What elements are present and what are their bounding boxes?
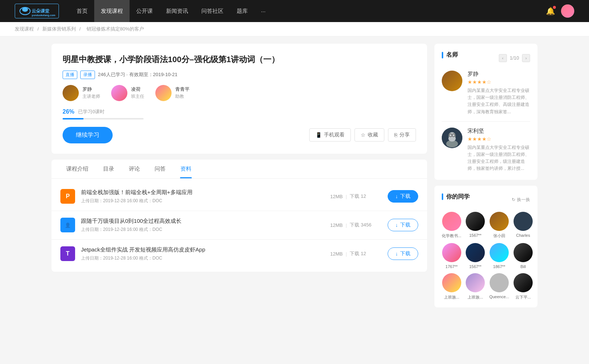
famous-teachers-header: 名师 ‹ 1/10 › (442, 51, 530, 65)
resource-info-2: Jetpack全组件实战 开发短视频应用高仿皮皮虾App 上传日期：2019-1… (81, 246, 324, 261)
resource-icon-2: T (60, 246, 75, 261)
course-meta: 246人已学习 · 有效期至：2019-10-21 (98, 71, 177, 78)
tab-catalog[interactable]: 目录 (96, 160, 121, 178)
mobile-icon: 📱 (315, 132, 322, 138)
classmate-avatar-0 (442, 212, 461, 231)
classmate-avatar-5 (466, 243, 485, 262)
tab-intro[interactable]: 课程介绍 (59, 160, 96, 178)
classmate-7[interactable]: Bill (514, 243, 533, 269)
nav-open-course[interactable]: 公开课 (130, 0, 159, 22)
famous-teachers-prev[interactable]: ‹ (499, 54, 507, 62)
course-badges: 直播 录播 246人已学习 · 有效期至：2019-10-21 (63, 71, 416, 79)
breadcrumb-series[interactable]: 新媒体营销系列 (42, 26, 76, 32)
resource-meta-1: 上传日期：2019-12-28 16:00 格式：DOC (81, 226, 324, 233)
famous-teachers-nav: ‹ 1/10 › (499, 54, 530, 62)
resource-stats-2: 12MB | 下载 12 (330, 250, 382, 257)
teacher-info-0: 罗静 主讲老师 (82, 86, 100, 100)
tab-qa[interactable]: 问答 (147, 160, 173, 178)
tab-review[interactable]: 评论 (121, 160, 147, 178)
famous-teacher-0: 罗静 ★★★★☆ 国内某重点大学安全工程专业硕士，国家一级注册消防工程师、注册安… (442, 71, 530, 122)
progress-label: 26% 已学习0课时 (63, 108, 416, 115)
download-label-1: 下载 (400, 222, 410, 228)
classmate-2[interactable]: 张小田 (489, 212, 509, 239)
classmate-11[interactable]: 云下平... (514, 273, 533, 300)
teacher-role-0: 主讲老师 (82, 93, 100, 100)
famous-teacher-detail-1: 宋利坚 ★★★★☆ 国内某重点大学安全工程专业硕士，国家一级注册消防工程师、注册… (468, 128, 530, 172)
classmate-name-8: 上班族... (442, 295, 461, 300)
resource-item-1: 👤 跟随千万级项目从0到100全过程高效成长 上传日期：2019-12-28 1… (52, 211, 427, 240)
resource-item-2: T Jetpack全组件实战 开发短视频应用高仿皮皮虾App 上传日期：2019… (52, 240, 427, 268)
famous-teachers-title: 名师 (442, 51, 458, 59)
nav-qa[interactable]: 问答社区 (195, 0, 230, 22)
nav-more[interactable]: ··· (254, 0, 272, 22)
classmate-4[interactable]: 1767** (442, 243, 461, 269)
classmate-avatar-6 (490, 243, 509, 262)
progress-section: 26% 已学习0课时 (63, 108, 416, 119)
teacher-name-2: 青青平 (175, 86, 190, 93)
share-label: 分享 (399, 132, 410, 138)
svg-text:yunduoketang.com: yunduoketang.com (32, 14, 55, 17)
teacher-avatar-2 (155, 85, 172, 101)
resource-meta-0: 上传日期：2019-12-28 16:00 格式：DOC (81, 198, 324, 204)
download-icon-1: ↓ (395, 222, 398, 228)
famous-teacher-detail-0: 罗静 ★★★★☆ 国内某重点大学安全工程专业硕士，国家一级注册消防工程师、注册安… (468, 71, 530, 115)
classmate-name-9: 上班族... (466, 295, 485, 300)
right-column: 名师 ‹ 1/10 › 罗静 ★★★★☆ 国内某重点大学安全工程专业硕士，国家一… (434, 44, 537, 313)
classmate-name-11: 云下平... (514, 295, 533, 300)
famous-teacher-desc-1: 国内某重点大学安全工程专业硕士，国家一级注册消防工程师、注册安全工程师，级注册建… (468, 144, 530, 172)
notification-bell[interactable]: 🔔 (546, 7, 555, 15)
famous-teacher-stars-0: ★★★★☆ (468, 79, 530, 85)
classmates-title: 你的同学 (442, 193, 470, 201)
classmate-avatar-3 (514, 212, 533, 231)
classmate-8[interactable]: 上班族... (442, 273, 461, 300)
header-right: 🔔 (546, 4, 574, 18)
classmate-avatar-7 (514, 243, 533, 262)
download-button-1[interactable]: ↓ 下载 (388, 219, 418, 231)
mobile-watch-button[interactable]: 📱 手机观看 (309, 128, 351, 142)
classmate-9[interactable]: 上班族... (466, 273, 485, 300)
user-avatar-header[interactable] (561, 4, 574, 18)
classmate-5[interactable]: 1567** (466, 243, 485, 269)
nav-discover[interactable]: 发现课程 (94, 0, 130, 22)
nav-home[interactable]: 首页 (70, 0, 94, 22)
classmate-avatar-8 (442, 273, 461, 292)
classmate-10[interactable]: Queence... (489, 273, 509, 300)
classmate-3[interactable]: Charles (514, 212, 533, 239)
tab-resources[interactable]: 资料 (173, 160, 199, 178)
famous-teacher-avatar-1 (442, 128, 462, 148)
refresh-classmates-button[interactable]: ↻ 换一换 (512, 197, 530, 203)
classmate-0[interactable]: 化学教书... (442, 212, 461, 239)
mobile-label: 手机观看 (324, 132, 345, 138)
share-button[interactable]: ⎘ 分享 (388, 128, 416, 142)
progress-percent: 26% (63, 108, 74, 115)
famous-teacher-avatar-0 (442, 71, 462, 91)
nav-question-bank[interactable]: 题库 (230, 0, 254, 22)
nav-news[interactable]: 新闻资讯 (159, 0, 195, 22)
download-button-0[interactable]: ↓ 下载 (388, 190, 418, 203)
collect-button[interactable]: ☆ 收藏 (355, 128, 384, 142)
resource-size-0: 12MB (330, 194, 343, 199)
classmate-avatar-1 (466, 212, 485, 231)
classmate-6[interactable]: 1867** (489, 243, 509, 269)
download-button-2[interactable]: ↓ 下载 (388, 247, 418, 260)
classmates-header: 你的同学 ↻ 换一换 (442, 193, 530, 207)
classmate-1[interactable]: 1567** (466, 212, 485, 239)
resource-size-1: 12MB (330, 222, 343, 228)
teacher-0: 罗静 主讲老师 (63, 85, 100, 101)
collect-label: 收藏 (368, 132, 378, 138)
breadcrumb-discover[interactable]: 发现课程 (15, 26, 34, 32)
continue-learning-button[interactable]: 继续学习 (63, 127, 113, 143)
svg-point-1 (22, 7, 28, 12)
famous-teachers-next[interactable]: › (522, 54, 530, 62)
logo[interactable]: 云朵课堂 yunduoketang.com (15, 4, 59, 18)
course-card: 明星中教授课，小学阶段语法100分–强化级第1讲动词（一） 直播 录播 246人… (52, 44, 427, 154)
download-label-0: 下载 (400, 193, 410, 200)
classmate-name-4: 1767** (442, 264, 461, 269)
classmate-avatar-9 (466, 273, 485, 292)
teachers-row: 罗静 主讲老师 凌荷 班主任 青青平 助教 (63, 85, 416, 101)
classmate-name-3: Charles (514, 233, 533, 238)
classmate-avatar-4 (442, 243, 461, 262)
breadcrumb-sep2: / (79, 26, 82, 32)
resource-downloads-2: 下载 12 (350, 250, 366, 257)
main-content: 明星中教授课，小学阶段语法100分–强化级第1讲动词（一） 直播 录播 246人… (37, 36, 552, 321)
